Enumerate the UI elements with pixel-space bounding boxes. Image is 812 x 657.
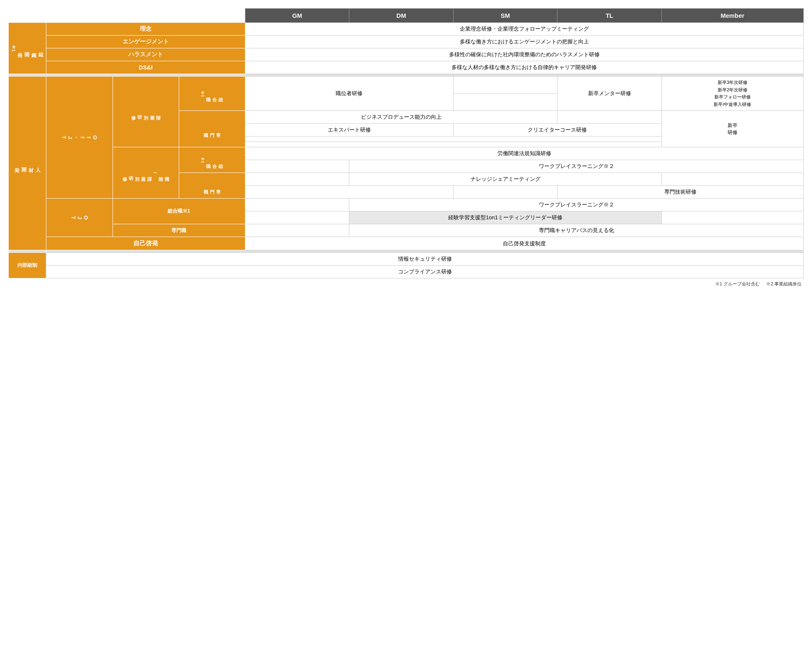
creator-content: クリエイターコース研修	[453, 124, 661, 137]
dsi-content: 多様な人材の多様な働き方における自律的キャリア開発研修	[245, 61, 803, 74]
jikokeihatsu-content: 自己啓発支援制度	[245, 237, 803, 250]
career-content: 専門職キャリアパスの見える化	[349, 224, 804, 237]
soshiki-category: 組織開発※1	[9, 23, 46, 74]
note1: ※1 グループ会社含む	[715, 281, 760, 286]
shokui-content: 職位者研修	[245, 77, 453, 111]
header-sm: SM	[453, 9, 557, 23]
ojt-sogo-label: 総合職※1	[113, 199, 245, 224]
empty-gm-workplace1	[245, 160, 349, 173]
empty-gm-career	[245, 224, 349, 237]
engagement-label: エンゲージメント	[46, 36, 245, 48]
shokunou-label: 職能/課題別研修	[113, 147, 179, 199]
keiken-content: 経験学習支援型1on1ミーティングリーダー研修	[349, 211, 662, 224]
header-gm: GM	[245, 9, 349, 23]
shinsotsu-multi-content: 新卒3年次研修新卒2年次研修新卒フォロー研修新卒/中途導入研修	[661, 77, 803, 111]
engagement-content: 多様な働き方におけるエンゲージメントの把握と向上	[245, 36, 803, 48]
expert-content: エキスパート研修	[245, 124, 453, 137]
harassment-label: ハラスメント	[46, 48, 245, 61]
ojt-label: OJT	[46, 199, 113, 237]
empty-mem-keiken	[661, 211, 803, 224]
jinzai-category: 人材開発	[9, 77, 46, 250]
shinsotsukenshu-content: 新卒研修	[661, 111, 803, 147]
note2: ※2 事業組織単位	[766, 281, 802, 286]
senmon2-label: 専門職	[179, 173, 245, 199]
offjt-label: Off-JT	[46, 77, 113, 199]
header-empty	[9, 9, 245, 23]
header-dm: DM	[349, 9, 454, 23]
rodo-content: 労働関連法規知識研修	[245, 147, 803, 160]
empty-gm-keiken	[245, 211, 349, 224]
knowledge-content: ナレッジシェアミーティング	[349, 173, 662, 186]
rinen-content: 企業理念研修・企業理念フォローアップミーティング	[245, 23, 803, 36]
joho-content: 情報セキュリティ研修	[46, 253, 804, 266]
compliance-content: コンプライアンス研修	[46, 266, 804, 278]
header-tl: TL	[557, 9, 662, 23]
bizpro-content: ビジネスプロデュース能力の向上	[245, 111, 557, 124]
empty-gm-knowledge	[245, 173, 349, 186]
empty-gm-workplace2	[245, 199, 349, 211]
senmongi-content: 専門技術研修	[557, 186, 804, 199]
header-member: Member	[661, 9, 803, 23]
shinsotsumentor-content: 新卒メンター研修	[557, 77, 662, 111]
jikokeihatsu-label: 自己啓発	[46, 237, 245, 250]
empty-mem-knowledge	[661, 173, 803, 186]
empty-senmon-row4	[245, 142, 661, 147]
harassment-content: 多様性の確保に向けた社内環境整備のためのハラスメント研修	[245, 48, 803, 61]
dsi-label: DS&I	[46, 61, 245, 74]
workplace2-content: ワークプレイスラーニング※２	[349, 199, 804, 211]
empty-tl-bizpro	[557, 111, 662, 124]
empty-senmon-row3	[245, 137, 661, 142]
kaisoubetsu-label: 階層別研修	[113, 77, 179, 147]
empty-sm-2	[453, 94, 557, 111]
sogo2-label: 総合職※1	[179, 147, 245, 173]
rinen-label: 理念	[46, 23, 245, 36]
main-table: GM DM SM TL Member 組織開発※1 理念 企業理念研修・企業理念…	[8, 8, 804, 290]
empty-sm-senmongi	[453, 186, 557, 199]
naibu-category: 内部統制	[9, 253, 46, 278]
ojt-senmon-label: 専門職	[113, 224, 245, 237]
senmon1-label: 専門職	[179, 111, 245, 147]
empty-gmdm-senmongi	[245, 186, 453, 199]
workplace1-content: ワークプレイスラーニング※２	[349, 160, 804, 173]
empty-sm-1	[453, 77, 557, 94]
sogo1-label: 総合職※1	[179, 77, 245, 111]
